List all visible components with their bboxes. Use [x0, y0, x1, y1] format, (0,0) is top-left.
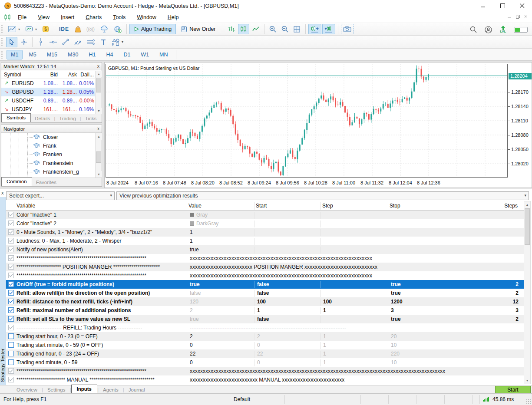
- cell-stop[interactable]: 1200: [388, 299, 454, 306]
- mw-column-header[interactable]: Symbol: [4, 72, 31, 78]
- chart-type-button[interactable]: ▾: [6, 24, 22, 34]
- tester-input-row[interactable]: Color "Inactive" 2DarkGray: [6, 219, 524, 228]
- tab-details[interactable]: Details: [31, 115, 54, 122]
- cell-step[interactable]: 1: [320, 359, 388, 366]
- scroll-up-icon[interactable]: ▲: [96, 133, 102, 140]
- deposit-button[interactable]: $: [40, 24, 51, 34]
- cell-value[interactable]: xxxxxxxxxxxxxxxxxxxxxxxx POSITION MANGER…: [187, 264, 524, 271]
- tester-input-row[interactable]: On/Off (true = forbid multiple positions…: [6, 280, 524, 289]
- cell-step[interactable]: 1: [320, 342, 388, 349]
- market-watch-row-eurusd[interactable]: ↗EURUSD1.08...1.08...0.01%: [1, 79, 102, 88]
- text-tool-button[interactable]: [98, 37, 109, 47]
- toolbar-grip[interactable]: [1, 50, 3, 59]
- select-expert-combo[interactable]: Select expert...▾: [6, 191, 115, 200]
- tester-tab-agents[interactable]: Agents: [99, 386, 123, 393]
- navigator-item-frankenstein_g[interactable]: Frankenstein_g: [1, 168, 102, 176]
- timeframe-mn[interactable]: MN: [155, 50, 172, 59]
- cursor-tool-button[interactable]: [6, 37, 17, 47]
- cloud-button[interactable]: [98, 24, 111, 34]
- cell-stop[interactable]: [388, 247, 454, 254]
- cell-steps[interactable]: [454, 351, 524, 358]
- search-icon[interactable]: [470, 26, 477, 33]
- menu-item-file[interactable]: File: [12, 13, 32, 22]
- navigator-item-franken[interactable]: Franken: [1, 150, 102, 159]
- profiles-button[interactable]: ▾: [23, 24, 39, 34]
- tester-input-row[interactable]: Color "Inactive" 1Gray: [6, 211, 524, 219]
- tester-column-header[interactable]: Value: [188, 203, 202, 209]
- cell-value[interactable]: true: [187, 316, 254, 323]
- cell-step[interactable]: [320, 281, 388, 288]
- cell-value[interactable]: xxxxxxxxxxxxxxxxxxxxxxxxxx MANUAL xxxxxx…: [187, 377, 524, 384]
- tab-trading[interactable]: Trading: [55, 115, 80, 122]
- tester-input-row[interactable]: Refill: distance to the next refill, tic…: [6, 297, 524, 306]
- checkbox-checked[interactable]: [8, 368, 14, 374]
- tester-input-row[interactable]: Trading end hour, 0 - 23 (24 = OFF)22221…: [6, 349, 524, 358]
- scroll-up-icon[interactable]: ▲: [524, 201, 530, 208]
- tester-column-header[interactable]: Step: [322, 203, 333, 209]
- checkbox-checked[interactable]: [8, 247, 14, 252]
- cell-start[interactable]: false: [254, 281, 320, 288]
- shapes-tool-button[interactable]: ▾: [110, 37, 126, 47]
- cell-step[interactable]: [320, 247, 388, 254]
- cell-step[interactable]: 1: [320, 333, 388, 340]
- scroll-thumb[interactable]: [525, 208, 530, 245]
- scroll-thumb[interactable]: [96, 151, 101, 163]
- checkbox-checked[interactable]: [8, 325, 14, 330]
- cell-value[interactable]: 1: [187, 229, 254, 236]
- tester-tab-journal[interactable]: Journal: [124, 386, 149, 393]
- tester-close-icon[interactable]: x: [1, 190, 4, 195]
- checkbox-checked[interactable]: [8, 281, 14, 287]
- cell-start[interactable]: 0: [254, 342, 320, 349]
- tile-windows-button[interactable]: [291, 24, 303, 34]
- cell-step[interactable]: [320, 229, 388, 236]
- cell-stop[interactable]: 20: [388, 333, 454, 340]
- tab-symbols[interactable]: Symbols: [1, 113, 31, 122]
- timeframe-w1[interactable]: W1: [136, 50, 153, 59]
- screenshot-button[interactable]: [341, 24, 354, 34]
- cell-value[interactable]: 2: [187, 307, 254, 314]
- cell-value[interactable]: xxxxxxxxxxxxxxxxxxxxxxxxxxxxxxxxxxxxxxxx…: [187, 273, 524, 280]
- cell-stop[interactable]: [388, 221, 454, 227]
- cell-start[interactable]: 0: [254, 359, 320, 366]
- cell-value[interactable]: true: [187, 247, 254, 254]
- menu-item-view[interactable]: View: [32, 13, 55, 22]
- new-order-button[interactable]: New Order: [177, 24, 220, 34]
- bar-chart-mode-button[interactable]: [226, 24, 237, 34]
- cell-value[interactable]: ----------------------------------------…: [187, 325, 524, 332]
- tab-ticks[interactable]: Ticks: [81, 115, 100, 122]
- cell-steps[interactable]: [454, 359, 524, 366]
- cell-step[interactable]: [320, 238, 388, 245]
- minimize-button[interactable]: [473, 0, 493, 12]
- market-watch-row-usdjpy[interactable]: ↘USDJPY161....161....0.16%: [1, 105, 102, 114]
- checkbox-checked[interactable]: [8, 307, 14, 313]
- auto-scroll-button[interactable]: [322, 24, 335, 34]
- checkbox-unchecked[interactable]: [8, 342, 14, 348]
- timeframe-m1[interactable]: M1: [7, 50, 23, 59]
- navigator-item-closer[interactable]: Closer: [1, 133, 102, 142]
- mw-column-header[interactable]: Dail...: [78, 72, 94, 78]
- cell-steps[interactable]: [454, 238, 524, 245]
- cell-start[interactable]: false: [254, 316, 320, 323]
- navigator-item-frank[interactable]: Frank: [1, 142, 102, 150]
- candlestick-mode-button[interactable]: [238, 24, 249, 34]
- checkbox-checked[interactable]: [8, 299, 14, 304]
- tester-column-header[interactable]: Variable: [17, 203, 35, 209]
- close-button[interactable]: [512, 0, 532, 12]
- cell-start[interactable]: [254, 212, 320, 219]
- tab-common[interactable]: Common: [1, 177, 32, 186]
- tester-input-row[interactable]: Trading start hour, 0 - 23 (0 = OFF)2212…: [6, 332, 524, 341]
- cell-steps[interactable]: 2: [454, 316, 524, 323]
- cell-value[interactable]: DarkGray: [187, 221, 254, 227]
- cell-step[interactable]: [320, 316, 388, 323]
- tester-input-row[interactable]: ****************************************…: [6, 271, 524, 280]
- zoom-in-button[interactable]: [267, 24, 278, 34]
- checkbox-checked[interactable]: [8, 264, 14, 270]
- market-watch-row-gbpusd[interactable]: ↘GBPUSD1.28...1.28...0.05%: [1, 88, 102, 96]
- cell-steps[interactable]: 2: [454, 281, 524, 288]
- tester-input-row[interactable]: Loudness: 0 - Max, 1 - Moderate, 2 - Whi…: [6, 237, 524, 245]
- cell-steps[interactable]: [454, 342, 524, 349]
- doc-minimize-icon[interactable]: [506, 13, 513, 20]
- tester-input-row[interactable]: Refill: maximal number of additional pos…: [6, 306, 524, 315]
- timeframe-h4[interactable]: H4: [102, 50, 117, 59]
- cell-stop[interactable]: true: [388, 281, 454, 288]
